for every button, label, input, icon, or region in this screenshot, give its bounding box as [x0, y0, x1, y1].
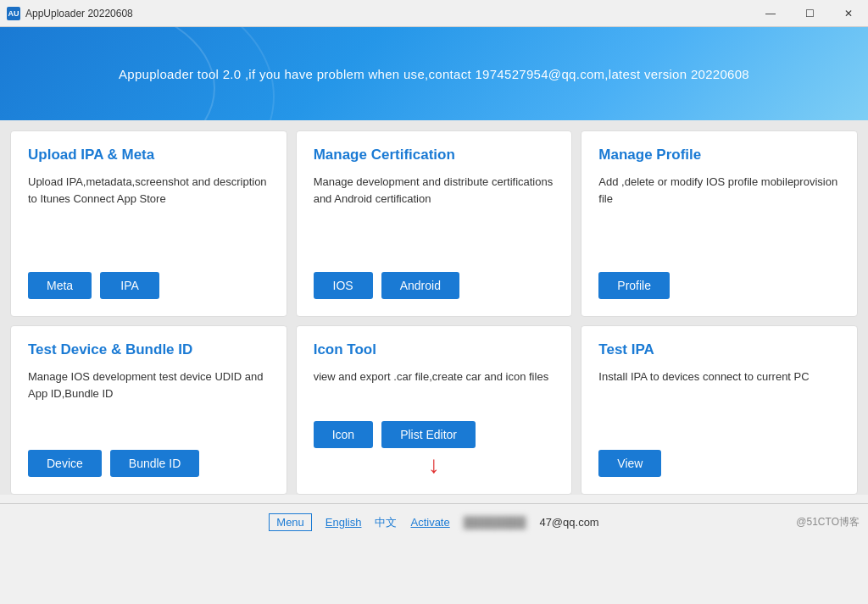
card-manage-cert-title: Manage Certification [314, 147, 555, 163]
window-controls: — ☐ ✕ [751, 0, 868, 27]
card-grid: Upload IPA & Meta Upload IPA,metadata,sc… [10, 130, 858, 495]
card-test-device-desc: Manage IOS development test device UDID … [28, 368, 270, 436]
email-suffix: 47@qq.com [539, 516, 598, 529]
card-upload-ipa-title: Upload IPA & Meta [28, 147, 270, 163]
card-icon-tool-title: Icon Tool [314, 341, 555, 358]
email-partial: ████████ [464, 516, 526, 529]
device-button[interactable]: Device [28, 450, 102, 477]
icon-button[interactable]: Icon [314, 421, 373, 448]
card-test-device-title: Test Device & Bundle ID [28, 341, 270, 358]
header-text: Appuploader tool 2.0 ,if you have proble… [119, 67, 749, 81]
app-icon: AU [7, 7, 20, 20]
android-cert-button[interactable]: Android [381, 272, 459, 299]
minimize-button[interactable]: — [751, 0, 790, 27]
window-title: AppUploader 20220608 [25, 8, 133, 19]
activate-link[interactable]: Activate [410, 516, 449, 529]
card-upload-ipa-buttons: Meta IPA [28, 272, 270, 299]
title-bar: AU AppUploader 20220608 — ☐ ✕ [0, 0, 868, 27]
card-icon-tool: Icon Tool view and export .car file,crea… [296, 325, 573, 495]
card-upload-ipa-desc: Upload IPA,metadata,screenshot and descr… [28, 174, 270, 258]
card-manage-profile-title: Manage Profile [598, 147, 840, 163]
view-button[interactable]: View [598, 450, 661, 477]
arrow-container: ↓ [314, 453, 555, 477]
main-content: Upload IPA & Meta Upload IPA,metadata,sc… [0, 120, 868, 495]
card-test-ipa-desc: Install IPA to devices connect to curren… [598, 368, 840, 436]
chinese-link[interactable]: 中文 [375, 515, 397, 530]
card-icon-tool-buttons: Icon Plist Editor [314, 421, 555, 448]
bundle-id-button[interactable]: Bundle ID [110, 450, 199, 477]
card-test-device-buttons: Device Bundle ID [28, 450, 270, 477]
menu-link[interactable]: Menu [269, 513, 312, 531]
card-manage-cert-desc: Manage development and distribute certif… [314, 174, 555, 258]
ipa-button[interactable]: IPA [100, 272, 159, 299]
header-banner: Appuploader tool 2.0 ,if you have proble… [0, 27, 868, 120]
card-test-ipa-buttons: View [598, 450, 840, 477]
card-manage-profile-buttons: Profile [598, 272, 840, 299]
card-manage-profile: Manage Profile Add ,delete or modify IOS… [581, 130, 858, 317]
card-manage-profile-desc: Add ,delete or modify IOS profile mobile… [598, 174, 840, 258]
maximize-button[interactable]: ☐ [790, 0, 829, 27]
meta-button[interactable]: Meta [28, 272, 92, 299]
card-upload-ipa: Upload IPA & Meta Upload IPA,metadata,sc… [10, 130, 287, 317]
arrow-down-icon: ↓ [428, 453, 440, 477]
card-test-device: Test Device & Bundle ID Manage IOS devel… [10, 325, 287, 495]
card-test-ipa: Test IPA Install IPA to devices connect … [581, 325, 858, 495]
ios-cert-button[interactable]: IOS [314, 272, 373, 299]
card-manage-cert-buttons: IOS Android [314, 272, 555, 299]
profile-button[interactable]: Profile [598, 272, 670, 299]
watermark: @51CTO博客 [796, 515, 860, 529]
close-button[interactable]: ✕ [829, 0, 868, 27]
card-icon-tool-desc: view and export .car file,create car and… [314, 368, 555, 407]
english-link[interactable]: English [326, 516, 362, 529]
card-manage-cert: Manage Certification Manage development … [296, 130, 573, 317]
plist-editor-button[interactable]: Plist Editor [381, 421, 476, 448]
card-test-ipa-title: Test IPA [598, 341, 840, 358]
footer: Menu English 中文 Activate ████████ 47@qq.… [0, 503, 868, 540]
